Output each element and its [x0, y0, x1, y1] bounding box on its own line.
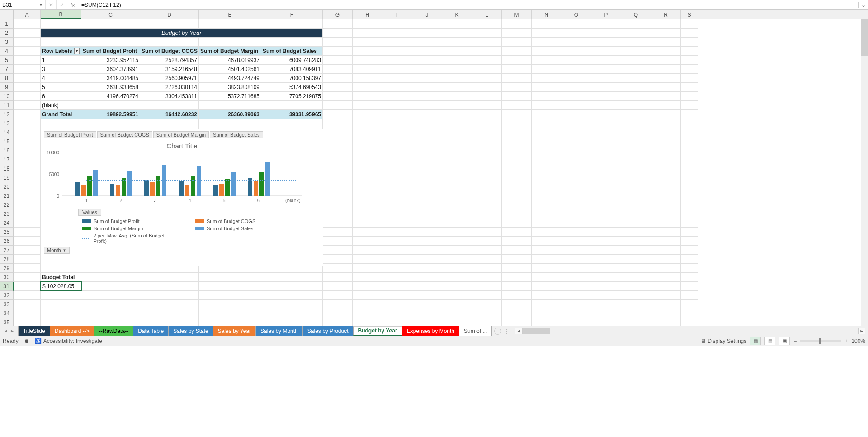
cell-H33[interactable] — [353, 300, 382, 309]
cell-G5[interactable] — [323, 56, 353, 65]
cell-R8[interactable] — [651, 74, 681, 83]
cell-N2[interactable] — [532, 28, 561, 38]
cell-S31[interactable] — [681, 282, 698, 291]
cell-J13[interactable] — [412, 119, 442, 128]
chart-bar[interactable] — [127, 171, 132, 196]
cell-I2[interactable] — [382, 28, 412, 38]
cell-N24[interactable] — [532, 218, 561, 228]
cell-G7[interactable] — [323, 65, 353, 74]
cell-D9[interactable]: 2726.030114 — [140, 83, 199, 92]
cell-R30[interactable] — [651, 273, 681, 282]
cell-E31[interactable] — [199, 282, 261, 291]
cell-L17[interactable] — [472, 155, 502, 164]
row-header-5[interactable]: 5 — [0, 56, 14, 65]
cell-B9[interactable]: 5 — [41, 83, 81, 92]
cell-P19[interactable] — [591, 173, 621, 182]
cell-L34[interactable] — [472, 309, 502, 318]
cell-Q11[interactable] — [621, 101, 651, 110]
cell-O34[interactable] — [561, 309, 591, 318]
cell-H26[interactable] — [353, 237, 382, 246]
cell-M21[interactable] — [502, 191, 532, 200]
cell-D5[interactable]: 2528.794857 — [140, 56, 199, 65]
cell-I9[interactable] — [382, 83, 412, 92]
cell-G35[interactable] — [323, 318, 353, 326]
row-header-2[interactable]: 2 — [0, 28, 14, 38]
cell-C11[interactable] — [81, 101, 140, 110]
cell-S5[interactable] — [681, 56, 698, 65]
cell-E35[interactable] — [199, 318, 261, 326]
cell-I8[interactable] — [382, 74, 412, 83]
cell-I7[interactable] — [382, 65, 412, 74]
chart-month-filter[interactable]: Month▼ — [44, 247, 70, 254]
row-header-30[interactable]: 30 — [0, 273, 14, 282]
cell-A19[interactable] — [14, 173, 41, 182]
cell-Q29[interactable] — [621, 264, 651, 273]
cell-O9[interactable] — [561, 83, 591, 92]
column-header-Q[interactable]: Q — [621, 10, 651, 19]
row-header-25[interactable]: 25 — [0, 228, 14, 237]
cell-H29[interactable] — [353, 264, 382, 273]
cell-M3[interactable] — [502, 38, 532, 47]
cell-F34[interactable] — [261, 309, 323, 318]
cell-R34[interactable] — [651, 309, 681, 318]
cell-N1[interactable] — [532, 19, 561, 28]
sheet-tab-titleslide[interactable]: TitleSlide — [18, 326, 50, 336]
cell-L33[interactable] — [472, 300, 502, 309]
column-header-R[interactable]: R — [651, 10, 681, 19]
cell-Q15[interactable] — [621, 137, 651, 146]
page-layout-view-button[interactable]: ▤ — [764, 337, 775, 345]
cell-L11[interactable] — [472, 101, 502, 110]
row-header-3[interactable]: 3 — [0, 38, 14, 47]
column-header-M[interactable]: M — [502, 10, 532, 19]
cell-P13[interactable] — [591, 119, 621, 128]
cell-I22[interactable] — [382, 200, 412, 209]
fx-button[interactable]: fx — [67, 0, 78, 10]
cell-A30[interactable] — [14, 273, 41, 282]
cell-L19[interactable] — [472, 173, 502, 182]
cell-F3[interactable] — [261, 38, 323, 47]
cell-Q14[interactable] — [621, 128, 651, 137]
cell-F13[interactable] — [261, 119, 323, 128]
cell-A4[interactable] — [14, 47, 41, 56]
cell-A12[interactable] — [14, 110, 41, 119]
cell-B34[interactable] — [41, 309, 81, 318]
cell-C13[interactable] — [81, 119, 140, 128]
cell-M29[interactable] — [502, 264, 532, 273]
legend-item[interactable]: Sum of Budget Margin — [82, 226, 177, 231]
cell-J7[interactable] — [412, 65, 442, 74]
chart-bar[interactable] — [225, 179, 230, 196]
cell-M26[interactable] — [502, 237, 532, 246]
cell-M7[interactable] — [502, 65, 532, 74]
cell-D10[interactable]: 3304.453811 — [140, 92, 199, 101]
cell-S11[interactable] — [681, 101, 698, 110]
sheet-nav-arrows[interactable]: ◄► — [0, 328, 18, 333]
cell-A32[interactable] — [14, 291, 41, 300]
cell-Q22[interactable] — [621, 200, 651, 209]
cell-M25[interactable] — [502, 228, 532, 237]
cell-P34[interactable] — [591, 309, 621, 318]
cell-F33[interactable] — [261, 300, 323, 309]
cell-Q13[interactable] — [621, 119, 651, 128]
cell-R10[interactable] — [651, 92, 681, 101]
legend-item[interactable]: Sum of Budget COGS — [195, 218, 290, 224]
cell-K29[interactable] — [442, 264, 472, 273]
cell-K17[interactable] — [442, 155, 472, 164]
cell-O2[interactable] — [561, 28, 591, 38]
cell-H12[interactable] — [353, 110, 382, 119]
cell-K30[interactable] — [442, 273, 472, 282]
cell-O8[interactable] — [561, 74, 591, 83]
cell-L18[interactable] — [472, 164, 502, 173]
cell-P21[interactable] — [591, 191, 621, 200]
cell-J24[interactable] — [412, 218, 442, 228]
cell-I26[interactable] — [382, 237, 412, 246]
cell-N11[interactable] — [532, 101, 561, 110]
cell-S22[interactable] — [681, 200, 698, 209]
cell-L26[interactable] — [472, 237, 502, 246]
cell-H8[interactable] — [353, 74, 382, 83]
cell-F5[interactable]: 6009.748283 — [261, 56, 323, 65]
cell-G24[interactable] — [323, 218, 353, 228]
cancel-formula-button[interactable]: ✕ — [45, 0, 56, 10]
chart-field-button[interactable]: Sum of Budget COGS — [97, 131, 152, 138]
cell-A29[interactable] — [14, 264, 41, 273]
cell-L4[interactable] — [472, 47, 502, 56]
